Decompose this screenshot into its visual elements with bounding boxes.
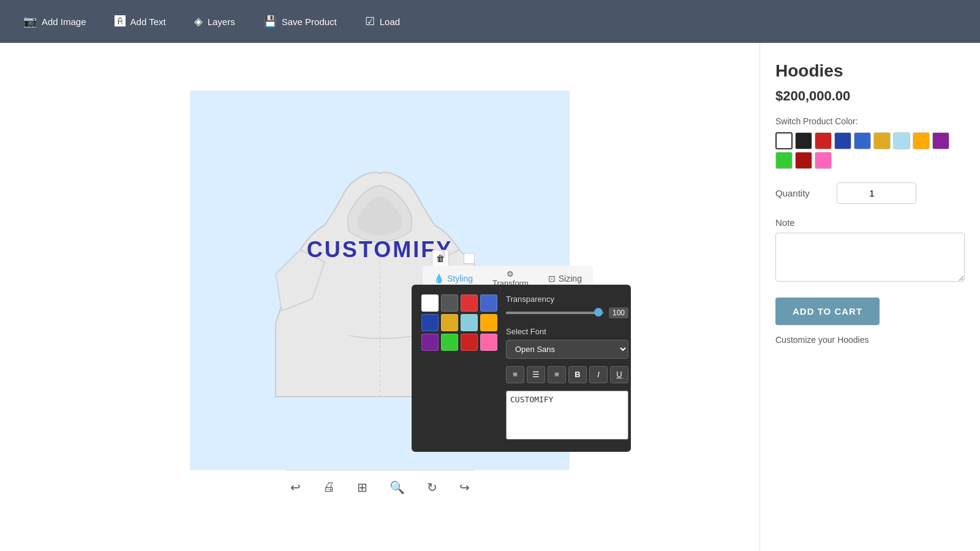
product-color-swatch[interactable] [873,132,891,149]
sizing-icon: ⊡ [548,274,556,283]
add-to-cart-button[interactable]: ADD TO CART [775,298,880,325]
product-color-swatch[interactable] [815,132,832,149]
grid-button[interactable]: ⊞ [352,478,372,497]
product-price: $200,000.00 [775,88,965,104]
product-color-swatch[interactable] [795,132,812,149]
color-swatch[interactable] [421,334,439,351]
switch-color-label: Switch Product Color: [775,116,965,126]
align-center-button[interactable]: ☰ [527,366,545,383]
print-button[interactable]: 🖨 [318,478,340,497]
zoom-button[interactable]: 🔍 [385,478,410,497]
transparency-label: Transparency [506,294,628,304]
load-label: Load [380,17,400,27]
transparency-value: 100 [609,307,628,318]
text-input[interactable] [506,391,628,440]
panel-right: Transparency 100 Select Font Open SansA [506,294,628,442]
load-icon: ☑ [365,15,375,28]
color-swatch[interactable] [441,334,458,351]
transparency-slider-fill [506,312,599,314]
color-swatch[interactable] [461,334,478,351]
styling-label: Styling [447,274,473,283]
product-color-swatch[interactable] [815,152,832,169]
note-textarea[interactable] [775,233,965,282]
undo-button[interactable]: ↩ [285,478,306,497]
top-toolbar: 📷 Add Image 🅰 Add Text ◈ Layers 💾 Save P… [0,0,980,43]
font-select[interactable]: Open SansArialTimes New RomanRobotoGeorg… [506,340,628,359]
customize-link[interactable]: Customize your Hoodies [775,335,965,345]
trash-icon[interactable]: 🗑 [432,250,449,267]
panel-content-row: Transparency 100 Select Font Open SansA [421,294,621,442]
product-color-swatch[interactable] [775,132,793,149]
canvas-workspace[interactable]: CUSTOMIFY 🗑 ⧉ 💧 Styling [190,91,570,470]
align-right-button[interactable]: ≡ [548,366,566,383]
color-swatch[interactable] [441,314,458,331]
format-buttons-row: ≡ ☰ ≡ B I U [506,366,628,383]
main-content: CUSTOMIFY 🗑 ⧉ 💧 Styling [0,43,980,551]
product-color-swatch[interactable] [795,152,812,169]
add-image-label: Add Image [42,17,86,27]
add-image-button[interactable]: 📷 Add Image [12,10,97,33]
redo-button[interactable]: ↪ [454,478,475,497]
load-button[interactable]: ☑ Load [354,10,411,33]
color-swatch[interactable] [480,294,497,312]
product-color-swatch[interactable] [834,132,851,149]
color-swatch[interactable] [480,314,497,331]
styling-panel: Transparency 100 Select Font Open SansA [412,285,631,452]
refresh-button[interactable]: ↻ [422,478,442,497]
save-product-label: Save Product [282,17,337,27]
quantity-row: Quantity [775,182,965,204]
bottom-toolbar: ↩ 🖨 ⊞ 🔍 ↻ ↪ [285,470,475,504]
product-color-swatch[interactable] [854,132,871,149]
color-swatch[interactable] [480,334,497,351]
text-icon: 🅰 [115,15,126,28]
transparency-row: 100 [506,307,628,318]
right-sidebar: Hoodies $200,000.00 Switch Product Color… [760,43,980,551]
product-color-swatch[interactable] [913,132,930,149]
product-title: Hoodies [775,61,965,81]
bold-button[interactable]: B [568,366,587,383]
product-color-swatch[interactable] [775,152,793,169]
layers-icon: ◈ [194,15,203,28]
gear-icon: ⚙ [507,269,514,279]
product-color-swatch[interactable] [893,132,910,149]
italic-button[interactable]: I [589,366,608,383]
resize-handle-top[interactable] [464,253,475,264]
layers-button[interactable]: ◈ Layers [183,10,246,33]
sizing-label: Sizing [559,274,582,283]
layers-label: Layers [208,17,235,27]
transparency-slider-thumb[interactable] [594,308,603,317]
product-color-row [775,132,965,169]
color-swatches-grid [421,294,497,351]
canvas-area: CUSTOMIFY 🗑 ⧉ 💧 Styling [0,43,760,551]
color-swatch[interactable] [461,294,478,312]
quantity-input[interactable] [837,182,916,204]
styling-icon: 💧 [434,274,444,283]
add-text-button[interactable]: 🅰 Add Text [104,10,177,33]
quantity-label: Quantity [775,188,824,198]
note-label: Note [775,217,965,228]
add-text-label: Add Text [130,17,166,27]
save-icon: 💾 [263,15,277,28]
color-swatch[interactable] [421,294,439,312]
underline-button[interactable]: U [610,366,628,383]
transparency-slider-track[interactable] [506,312,604,314]
hoodie-container: CUSTOMIFY 🗑 ⧉ 💧 Styling [190,91,570,470]
align-left-button[interactable]: ≡ [506,366,524,383]
save-product-button[interactable]: 💾 Save Product [252,10,348,33]
color-swatch[interactable] [421,314,439,331]
select-font-label: Select Font [506,327,628,336]
color-swatches-container [421,294,497,358]
product-color-swatch[interactable] [932,132,949,149]
color-swatch[interactable] [441,294,458,312]
camera-icon: 📷 [23,15,37,28]
color-swatch[interactable] [461,314,478,331]
